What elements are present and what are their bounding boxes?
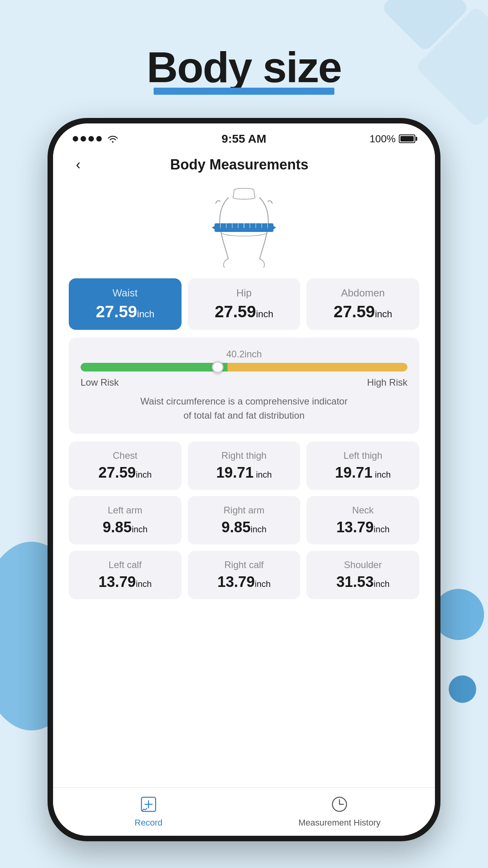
bg-decoration-right-mid xyxy=(433,589,484,640)
tab-bar-record[interactable]: Record xyxy=(53,794,244,828)
metric-left-calf-value: 13.79inch xyxy=(75,574,175,590)
metric-right-thigh-value: 19.71 inch xyxy=(194,464,294,481)
gauge-track xyxy=(81,363,407,371)
tab-waist-label: Waist xyxy=(75,287,175,299)
metric-right-thigh: Right thigh 19.71 inch xyxy=(188,441,301,490)
metric-left-thigh: Left thigh 19.71 inch xyxy=(306,441,419,490)
dot-3 xyxy=(88,136,94,142)
tab-abdomen-value: 27.59inch xyxy=(313,302,413,321)
status-battery: 100% xyxy=(369,133,415,145)
risk-card: 40.2inch Low Risk High Risk Waist circum… xyxy=(69,338,419,434)
risk-gauge-label: 40.2inch xyxy=(81,349,407,360)
metric-chest-label: Chest xyxy=(75,450,175,461)
dot-1 xyxy=(73,136,78,142)
metric-right-calf: Right calf 13.79inch xyxy=(188,551,301,599)
risk-description: Waist circumference is a comprehensive i… xyxy=(81,394,407,423)
record-icon xyxy=(138,794,159,815)
tab-hip[interactable]: Hip 27.59inch xyxy=(188,278,301,330)
measurement-tabs: Waist 27.59inch Hip 27.59inch Abdomen 27… xyxy=(69,278,419,330)
dot-2 xyxy=(81,136,86,142)
metric-chest: Chest 27.59inch xyxy=(69,441,182,490)
metric-right-arm-label: Right arm xyxy=(194,505,294,516)
back-button[interactable]: ‹ xyxy=(73,153,84,176)
metric-left-thigh-label: Left thigh xyxy=(313,450,413,461)
tab-bar-history[interactable]: Measurement History xyxy=(244,794,435,828)
page-title-area: Body size xyxy=(0,43,488,95)
screen-content: Waist 27.59inch Hip 27.59inch Abdomen 27… xyxy=(53,184,435,787)
status-bar: 9:55 AM 100% xyxy=(53,123,435,149)
phone-mockup: 9:55 AM 100% ‹ Body Measurements xyxy=(48,118,440,841)
tab-abdomen-label: Abdomen xyxy=(313,287,413,299)
metric-right-arm-value: 9.85inch xyxy=(194,519,294,536)
body-metrics-grid: Chest 27.59inch Right thigh 19.71 inch L… xyxy=(69,441,419,599)
gauge-thumb xyxy=(212,361,224,373)
bg-decoration-right-lower xyxy=(449,675,476,703)
metric-shoulder-label: Shoulder xyxy=(313,559,413,570)
metric-right-calf-value: 13.79inch xyxy=(194,574,294,590)
gauge-green xyxy=(81,363,227,371)
metric-neck-label: Neck xyxy=(313,505,413,516)
battery-fill xyxy=(400,136,414,142)
risk-high-label: High Risk xyxy=(367,377,407,388)
metric-left-calf-label: Left calf xyxy=(75,559,175,570)
tab-waist[interactable]: Waist 27.59inch xyxy=(69,278,182,330)
metric-chest-value: 27.59inch xyxy=(75,464,175,481)
history-icon xyxy=(329,794,350,815)
metric-left-calf: Left calf 13.79inch xyxy=(69,551,182,599)
tab-bar-history-label: Measurement History xyxy=(298,818,380,828)
risk-labels: Low Risk High Risk xyxy=(81,377,407,388)
page-title: Body size xyxy=(147,43,341,91)
dot-4 xyxy=(96,136,102,142)
tab-hip-value: 27.59inch xyxy=(194,302,294,321)
metric-right-calf-label: Right calf xyxy=(194,559,294,570)
battery-icon xyxy=(399,134,415,143)
wifi-icon xyxy=(107,135,118,143)
metric-right-arm: Right arm 9.85inch xyxy=(188,496,301,544)
signal-dots xyxy=(73,135,118,143)
nav-bar: ‹ Body Measurements xyxy=(53,149,435,184)
status-time: 9:55 AM xyxy=(222,132,266,145)
metric-left-arm-label: Left arm xyxy=(75,505,175,516)
body-illustration xyxy=(69,184,419,278)
nav-title: Body Measurements xyxy=(84,156,395,173)
metric-neck: Neck 13.79inch xyxy=(306,496,419,544)
tab-bar: Record Measurement History xyxy=(53,787,435,836)
battery-percent: 100% xyxy=(369,133,396,145)
metric-shoulder: Shoulder 31.53inch xyxy=(306,551,419,599)
tab-waist-value: 27.59inch xyxy=(75,302,175,321)
page-title-underline xyxy=(154,88,334,95)
metric-left-arm: Left arm 9.85inch xyxy=(69,496,182,544)
tab-bar-record-label: Record xyxy=(135,818,163,828)
tab-hip-label: Hip xyxy=(194,287,294,299)
metric-shoulder-value: 31.53inch xyxy=(313,574,413,590)
risk-low-label: Low Risk xyxy=(81,377,119,388)
metric-left-thigh-value: 19.71 inch xyxy=(313,464,413,481)
tab-abdomen[interactable]: Abdomen 27.59inch xyxy=(306,278,419,330)
phone-screen: 9:55 AM 100% ‹ Body Measurements xyxy=(53,123,435,836)
metric-left-arm-value: 9.85inch xyxy=(75,519,175,536)
gauge-yellow xyxy=(227,363,407,371)
metric-neck-value: 13.79inch xyxy=(313,519,413,536)
waist-illustration xyxy=(197,186,291,272)
metric-right-thigh-label: Right thigh xyxy=(194,450,294,461)
